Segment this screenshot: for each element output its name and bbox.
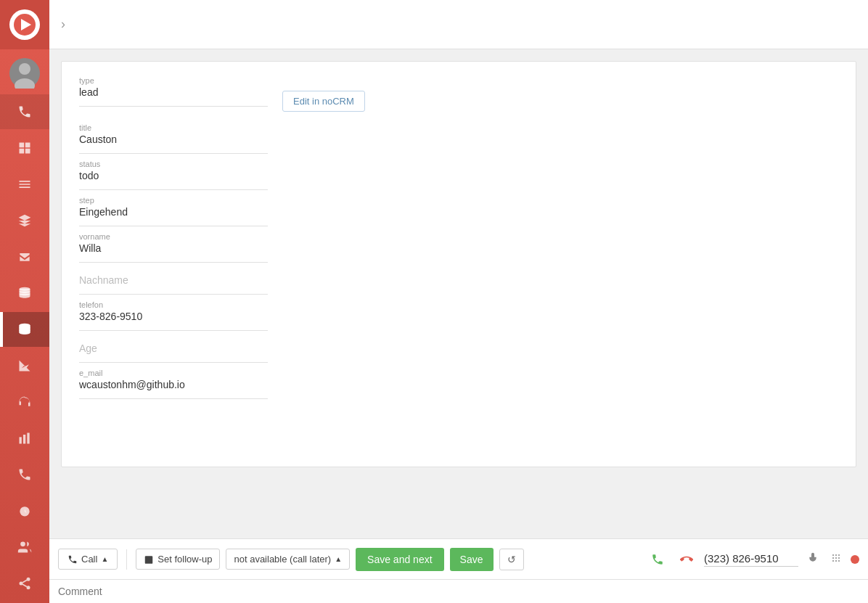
phone-actions: (323) 826-9510: [646, 548, 859, 571]
age-field: Age: [79, 342, 838, 363]
status-label: status: [79, 160, 838, 168]
svg-line-14: [22, 580, 27, 582]
sidebar-item-timer[interactable]: [0, 493, 49, 528]
dialpad-button[interactable]: [827, 549, 845, 570]
svg-point-9: [20, 542, 25, 547]
save-button[interactable]: Save: [450, 548, 494, 571]
svg-point-22: [832, 560, 834, 562]
svg-line-13: [22, 584, 27, 586]
sidebar-item-stack[interactable]: [0, 239, 49, 274]
expand-chevron[interactable]: ›: [61, 17, 65, 32]
nachname-placeholder: Nachname: [79, 274, 268, 295]
telefon-field: Telefon 323-826-9510: [79, 300, 838, 331]
sidebar-item-users[interactable]: [0, 530, 49, 565]
type-label: Type: [79, 76, 268, 85]
topbar: ›: [49, 0, 868, 49]
sidebar-item-active-db[interactable]: [0, 312, 49, 347]
active-indicator: [0, 312, 3, 347]
status-select-label: not available (call later): [234, 554, 331, 565]
type-section: Type lead: [79, 76, 268, 107]
status-value: todo: [79, 170, 268, 190]
svg-point-1: [19, 63, 30, 75]
lead-card: Type lead Edit in noCRM title Causton st…: [61, 61, 856, 467]
type-value: lead: [79, 86, 268, 107]
status-caret: ▲: [335, 555, 342, 563]
content-area: Type lead Edit in noCRM title Causton st…: [49, 49, 868, 538]
follow-up-button[interactable]: Set follow-up: [136, 549, 220, 570]
comment-input[interactable]: [58, 586, 859, 597]
sidebar-nav: [0, 94, 49, 603]
accept-call-icon: [651, 553, 664, 566]
title-value: Causton: [79, 134, 268, 154]
svg-point-16: [832, 554, 834, 556]
status-select[interactable]: not available (call later) ▲: [226, 549, 350, 570]
svg-point-11: [20, 582, 23, 586]
step-value: Eingehend: [79, 206, 268, 226]
call-caret: ▲: [101, 555, 108, 563]
svg-point-12: [27, 586, 30, 589]
svg-point-19: [832, 557, 834, 559]
bottom-bar: Call ▲ Set follow-up not available (call…: [49, 538, 868, 579]
follow-up-label: Set follow-up: [157, 554, 212, 565]
sidebar: [0, 0, 49, 603]
sidebar-item-phone[interactable]: [0, 94, 49, 129]
telefon-value: 323-826-9510: [79, 311, 268, 331]
call-button[interactable]: Call ▲: [58, 549, 118, 570]
title-field: title Causton: [79, 123, 838, 154]
calendar-icon: [144, 554, 154, 565]
telefon-label: Telefon: [79, 300, 838, 309]
call-label: Call: [81, 554, 97, 565]
age-placeholder: Age: [79, 342, 268, 363]
status-indicator: [851, 555, 859, 564]
logo-inner: [14, 14, 36, 36]
svg-point-23: [835, 560, 837, 562]
svg-point-21: [838, 557, 840, 559]
avatar-svg: [9, 58, 40, 89]
vorname-field: Vorname Willa: [79, 232, 838, 263]
title-label: title: [79, 123, 838, 132]
svg-rect-5: [20, 437, 22, 443]
sidebar-item-layers[interactable]: [0, 203, 49, 238]
type-row: Type lead Edit in noCRM: [79, 76, 838, 112]
end-call-button[interactable]: [675, 548, 698, 571]
end-call-icon: [680, 553, 693, 566]
sidebar-item-phone-bottom[interactable]: [0, 457, 49, 492]
call-icon: [67, 554, 78, 565]
phone-number-display: (323) 826-9510: [704, 552, 798, 567]
svg-point-20: [835, 557, 837, 559]
save-next-button[interactable]: Save and next: [356, 548, 444, 571]
sidebar-item-chart[interactable]: [0, 348, 49, 383]
divider-1: [126, 549, 127, 570]
dialpad-icon: [830, 552, 842, 564]
svg-point-8: [20, 506, 29, 516]
main-content: › Type lead Edit in noCRM title Causton …: [49, 0, 868, 603]
mic-icon: [807, 552, 819, 564]
svg-point-17: [835, 554, 837, 556]
accept-call-button[interactable]: [646, 548, 669, 571]
email-field: E_Mail wcaustonhm@github.io: [79, 369, 838, 399]
sidebar-item-database[interactable]: [0, 276, 49, 311]
nachname-field: Nachname: [79, 274, 838, 295]
vorname-value: Willa: [79, 242, 268, 263]
edit-nocrm-button[interactable]: Edit in noCRM: [282, 91, 365, 112]
avatar: [9, 58, 40, 89]
mic-button[interactable]: [804, 549, 822, 570]
svg-rect-6: [23, 435, 25, 444]
sidebar-item-bar-chart[interactable]: [0, 421, 49, 456]
sidebar-item-dashboard[interactable]: [0, 131, 49, 165]
sidebar-item-headset[interactable]: [0, 385, 49, 419]
svg-point-10: [27, 578, 30, 581]
sidebar-item-list[interactable]: [0, 167, 49, 202]
vorname-label: Vorname: [79, 232, 838, 241]
email-label: E_Mail: [79, 369, 838, 377]
svg-point-24: [838, 560, 840, 562]
email-value: wcaustonhm@github.io: [79, 379, 268, 399]
reset-button[interactable]: ↺: [499, 549, 524, 570]
step-field: step Eingehend: [79, 196, 838, 226]
sidebar-item-share[interactable]: [0, 566, 49, 601]
logo-container: [0, 0, 49, 49]
comment-bar: [49, 579, 868, 603]
svg-rect-7: [27, 433, 29, 444]
svg-rect-15: [145, 556, 153, 564]
play-icon: [21, 19, 31, 30]
